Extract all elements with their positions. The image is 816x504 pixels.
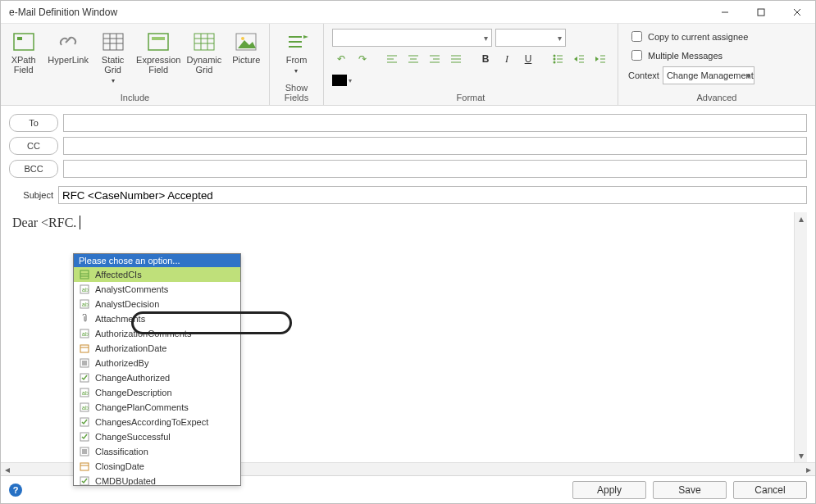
dropdown-item[interactable]: AuthorizationDate (74, 341, 240, 356)
context-label: Context (628, 70, 659, 80)
close-button[interactable] (779, 1, 815, 24)
align-justify-button[interactable] (447, 50, 465, 68)
svg-rect-12 (152, 37, 165, 40)
dropdown-item[interactable]: Attachments (74, 311, 240, 326)
dropdown-item[interactable]: ChangesAccordingToExpect (74, 415, 240, 429)
svg-text:ab: ab (82, 302, 89, 307)
hyperlink-button[interactable]: HyperLink (48, 27, 89, 75)
maximize-button[interactable] (743, 1, 779, 24)
font-family-select[interactable] (332, 29, 492, 47)
field-icon: ab (79, 328, 90, 339)
context-select[interactable]: Change Management (663, 66, 754, 84)
dropdown-item[interactable]: abAuthorizationComments (74, 326, 240, 341)
align-right-button[interactable] (426, 50, 444, 68)
autocomplete-dropdown[interactable]: Please chose an option... AffectedCIsabA… (73, 253, 241, 486)
from-icon (282, 29, 312, 55)
dropdown-item[interactable]: abAnalystComments (74, 282, 240, 297)
dropdown-item[interactable]: AffectedCIs (74, 267, 240, 282)
svg-marker-23 (303, 35, 308, 39)
svg-rect-11 (148, 34, 168, 50)
svg-text:ab: ab (82, 390, 89, 396)
to-button[interactable]: To (9, 114, 58, 132)
field-icon (79, 269, 90, 280)
cancel-button[interactable]: Cancel (733, 481, 807, 499)
align-left-button[interactable] (383, 50, 401, 68)
showfields-group-label: Show Fields (275, 81, 318, 103)
body-vertical-scrollbar[interactable]: ▴▾ (794, 212, 807, 462)
dropdown-item[interactable]: abAnalystDecision (74, 297, 240, 311)
italic-button[interactable]: I (498, 50, 516, 68)
apply-button[interactable]: Apply (572, 481, 646, 499)
field-icon (79, 343, 90, 354)
picture-button[interactable]: Picture (229, 27, 264, 75)
field-icon (79, 461, 90, 472)
dropdown-item[interactable]: ChangeAuthorized (74, 370, 240, 385)
bcc-input[interactable] (63, 160, 807, 178)
format-group-label: Format (329, 91, 613, 103)
field-icon: ab (79, 298, 90, 310)
bullets-button[interactable] (549, 50, 567, 68)
field-icon: ab (79, 402, 90, 413)
bold-button[interactable]: B (476, 50, 495, 68)
svg-text:ab: ab (82, 331, 89, 337)
dynamic-grid-button[interactable]: Dynamic Grid (186, 27, 221, 75)
dropdown-item[interactable]: abChangePlanComments (74, 400, 240, 415)
undo-button[interactable]: ↶ (332, 50, 350, 68)
copy-assignee-checkbox[interactable]: Copy to current assignee (628, 29, 748, 44)
font-size-select[interactable] (495, 29, 566, 47)
indent-button[interactable] (591, 50, 609, 68)
svg-rect-13 (194, 34, 214, 50)
xpath-field-button[interactable]: XPath Field (6, 27, 41, 75)
outdent-button[interactable] (570, 50, 588, 68)
cc-button[interactable]: CC (9, 137, 58, 155)
subject-input[interactable] (58, 186, 807, 204)
svg-point-36 (554, 55, 556, 57)
dropdown-item[interactable]: Classification (74, 444, 240, 459)
font-color-button[interactable]: ▾ (332, 71, 360, 89)
field-icon: ab (79, 387, 90, 398)
svg-rect-1 (758, 9, 764, 16)
color-swatch (332, 75, 347, 86)
dropdown-header: Please chose an option... (74, 254, 240, 267)
xpath-icon (9, 29, 39, 55)
window-title: e-Mail Definition Window (9, 7, 707, 18)
underline-button[interactable]: U (519, 50, 537, 68)
svg-point-38 (554, 58, 556, 61)
dropdown-item[interactable]: ChangeSuccessful (74, 429, 240, 444)
from-button[interactable]: From▾ (276, 27, 318, 76)
dropdown-item[interactable]: abChangeDescription (74, 385, 240, 400)
dropdown-item[interactable]: CMDBUpdated (74, 474, 240, 485)
svg-text:ab: ab (82, 287, 89, 293)
to-input[interactable] (63, 114, 807, 132)
field-icon (79, 431, 90, 443)
field-icon (79, 475, 90, 485)
dropdown-item[interactable]: ClosingDate (74, 459, 240, 474)
minimize-button[interactable] (707, 1, 743, 24)
field-icon (79, 446, 90, 457)
field-icon (79, 372, 90, 384)
body-editor[interactable]: Dear <RFC. (9, 212, 807, 234)
titlebar: e-Mail Definition Window (1, 1, 815, 24)
dropdown-item[interactable]: AuthorizedBy (74, 356, 240, 370)
picture-icon (231, 29, 261, 55)
static-grid-button[interactable]: Static Grid▾ (95, 27, 130, 86)
field-icon: ab (79, 284, 90, 295)
svg-rect-59 (80, 345, 89, 352)
align-center-button[interactable] (404, 50, 422, 68)
expression-field-button[interactable]: Expression Field (137, 27, 180, 75)
multiple-messages-checkbox[interactable]: Multiple Messages (628, 48, 723, 63)
include-group-label: Include (6, 91, 264, 103)
save-button[interactable]: Save (653, 481, 727, 499)
advanced-group-label: Advanced (623, 91, 810, 103)
svg-point-19 (241, 37, 244, 40)
static-grid-icon (98, 29, 128, 55)
svg-rect-5 (17, 37, 22, 40)
cc-input[interactable] (63, 137, 807, 155)
field-icon (79, 357, 90, 369)
help-button[interactable]: ? (9, 484, 22, 497)
svg-marker-42 (574, 57, 577, 61)
svg-text:ab: ab (82, 405, 89, 411)
bcc-button[interactable]: BCC (9, 160, 58, 178)
redo-button[interactable]: ↷ (353, 50, 372, 68)
svg-rect-50 (80, 270, 89, 279)
